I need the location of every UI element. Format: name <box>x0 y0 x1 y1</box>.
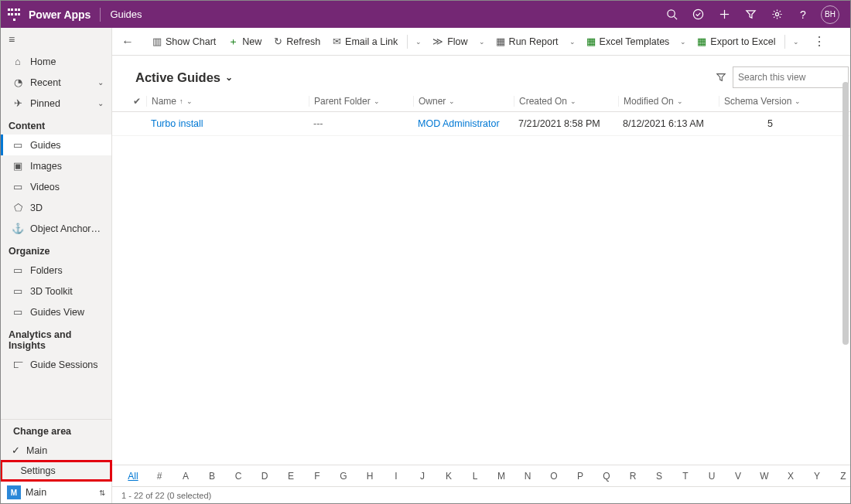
guides-icon: ▭ <box>12 139 24 151</box>
refresh-button[interactable]: ↻Refresh <box>269 32 325 50</box>
header-divider <box>100 8 101 22</box>
user-avatar[interactable]: BH <box>821 5 839 24</box>
cell-name-link[interactable]: Turbo install <box>146 118 309 129</box>
run-report-button[interactable]: ▦Run Report <box>491 32 563 50</box>
updown-icon[interactable]: ⇅ <box>99 489 105 497</box>
sidebar-item-guides[interactable]: ▭ Guides <box>1 135 111 155</box>
flow-icon: ≫ <box>432 36 443 47</box>
alpha-letter[interactable]: T <box>674 471 697 482</box>
area-option-main[interactable]: ✓ Main <box>1 440 111 461</box>
grid-filter-icon[interactable] <box>709 69 733 86</box>
email-link-button[interactable]: ✉Email a Link <box>328 32 402 50</box>
chevron-down-icon[interactable]: ⌄ <box>97 99 104 107</box>
table-row[interactable]: Turbo install --- MOD Administrator 7/21… <box>112 112 851 136</box>
images-icon: ▣ <box>12 160 24 172</box>
chevron-down-icon[interactable]: ⌄ <box>97 78 104 87</box>
sidebar-item-3d-toolkit[interactable]: ▭ 3D Toolkit <box>1 281 111 301</box>
alpha-letter[interactable]: D <box>253 471 276 482</box>
alpha-letter[interactable]: M <box>490 471 513 482</box>
search-input[interactable] <box>733 66 849 88</box>
email-split-chevron[interactable]: ⌄ <box>412 36 425 47</box>
help-icon[interactable]: ? <box>790 2 816 28</box>
report-chevron[interactable]: ⌄ <box>566 36 579 47</box>
alpha-letter[interactable]: Y <box>805 471 829 482</box>
filter-icon[interactable] <box>737 2 764 28</box>
area-switcher[interactable]: M Main ⇅ <box>1 481 111 503</box>
nav-collapse-icon[interactable]: ≡ <box>1 28 111 51</box>
alpha-letter[interactable]: F <box>306 471 329 482</box>
alpha-letter[interactable]: V <box>726 471 750 482</box>
col-parent-folder[interactable]: Parent Folder⌄ <box>309 96 413 107</box>
alpha-letter[interactable]: Q <box>595 471 618 482</box>
cell-owner-link[interactable]: MOD Administrator <box>413 118 514 129</box>
sidebar-item-guides-view[interactable]: ▭ Guides View <box>1 301 111 322</box>
sidebar-item-label: Guides <box>30 140 61 151</box>
col-modified-on[interactable]: Modified On⌄ <box>618 96 719 107</box>
search-icon[interactable] <box>658 2 685 28</box>
app-header: Power Apps Guides ? BH <box>1 1 850 28</box>
plus-icon: ＋ <box>228 35 238 49</box>
col-schema-version[interactable]: Schema Version⌄ <box>719 96 819 107</box>
alpha-letter[interactable]: H <box>358 471 381 482</box>
alpha-letter[interactable]: O <box>542 471 566 482</box>
add-icon[interactable] <box>711 2 737 28</box>
col-name[interactable]: Name↑⌄ <box>146 96 309 107</box>
alpha-letter[interactable]: C <box>227 471 250 482</box>
select-all-checkbox[interactable]: ✔ <box>128 96 146 107</box>
alpha-letter[interactable]: E <box>279 471 302 482</box>
svg-point-5 <box>775 12 778 15</box>
sidebar-item-home[interactable]: ⌂ Home <box>1 51 111 72</box>
more-commands-button[interactable]: ⋮ <box>808 34 830 49</box>
scrollbar-thumb[interactable] <box>842 82 849 345</box>
view-selector[interactable]: Active Guides ⌄ <box>135 70 233 85</box>
sidebar-item-recent[interactable]: ◔ Recent ⌄ <box>1 72 111 93</box>
alpha-letter[interactable]: R <box>621 471 644 482</box>
app-name[interactable]: Guides <box>110 9 142 20</box>
show-chart-button[interactable]: ▥Show Chart <box>148 32 220 50</box>
alpha-letter[interactable]: U <box>700 471 723 482</box>
sidebar-item-3d[interactable]: ⬠ 3D <box>1 197 111 218</box>
sidebar-item-object-anchors[interactable]: ⚓ Object Anchors (Prev... <box>1 218 111 239</box>
alpha-letter[interactable]: A <box>174 471 197 482</box>
templates-chevron[interactable]: ⌄ <box>677 36 689 47</box>
alpha-letter[interactable]: B <box>200 471 224 482</box>
app-launcher-icon[interactable] <box>7 8 21 22</box>
alpha-letter[interactable]: L <box>463 471 487 482</box>
alpha-letter[interactable]: I <box>384 471 408 482</box>
sidebar-item-label: Recent <box>30 77 61 88</box>
clock-icon: ◔ <box>12 77 24 88</box>
alpha-letter[interactable]: K <box>437 471 460 482</box>
sidebar-item-guide-sessions[interactable]: ⫍ Guide Sessions <box>1 354 111 375</box>
alpha-letter[interactable]: P <box>569 471 592 482</box>
chevron-down-icon: ⌄ <box>225 72 233 83</box>
alpha-letter[interactable]: X <box>779 471 802 482</box>
flow-chevron[interactable]: ⌄ <box>476 36 488 47</box>
flow-button[interactable]: ≫Flow <box>428 32 472 50</box>
sidebar-item-folders[interactable]: ▭ Folders <box>1 260 111 281</box>
excel-templates-button[interactable]: ▦Excel Templates <box>582 32 675 50</box>
area-option-settings[interactable]: Settings <box>1 461 111 481</box>
sidebar-item-label: 3D <box>30 203 43 213</box>
col-created-on[interactable]: Created On⌄ <box>514 96 618 107</box>
new-button[interactable]: ＋New <box>224 32 266 52</box>
sidebar-item-pinned[interactable]: ✈ Pinned ⌄ <box>1 93 111 114</box>
alpha-letter[interactable]: Z <box>832 471 851 482</box>
alpha-letter[interactable]: J <box>411 471 434 482</box>
sidebar-item-images[interactable]: ▣ Images <box>1 155 111 176</box>
alpha-hash[interactable]: # <box>148 471 171 482</box>
back-button[interactable]: ← <box>118 32 140 52</box>
command-bar: ← ▥Show Chart ＋New ↻Refresh ✉Email a Lin… <box>112 28 851 56</box>
settings-icon[interactable] <box>764 2 790 28</box>
alpha-all[interactable]: All <box>121 471 145 482</box>
alpha-letter[interactable]: G <box>332 471 355 482</box>
alpha-letter[interactable]: N <box>516 471 539 482</box>
task-icon[interactable] <box>685 2 711 28</box>
view-title: Active Guides <box>135 70 220 85</box>
alpha-letter[interactable]: W <box>753 471 776 482</box>
export-excel-button[interactable]: ▦Export to Excel <box>692 32 780 50</box>
alpha-letter[interactable]: S <box>648 471 671 482</box>
col-owner[interactable]: Owner⌄ <box>413 96 514 107</box>
sidebar-item-videos[interactable]: ▭ Videos <box>1 176 111 197</box>
export-split-chevron[interactable]: ⌄ <box>790 36 802 47</box>
search-field[interactable] <box>738 72 851 83</box>
